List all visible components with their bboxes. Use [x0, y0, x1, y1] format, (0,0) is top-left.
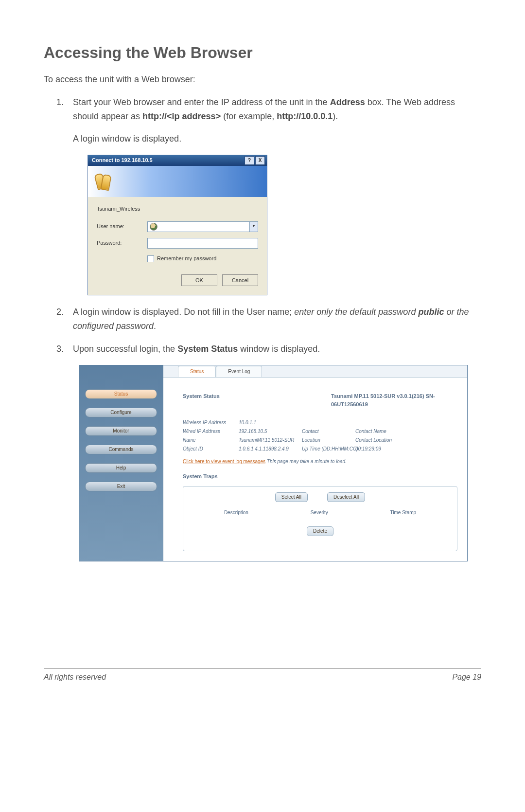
info-value: Contact Name [355, 428, 457, 435]
step3-b: System Status [177, 344, 238, 354]
password-field[interactable] [147, 238, 258, 249]
event-log-link[interactable]: Click here to view event log messages [183, 459, 265, 464]
footer-left: All rights reserved [44, 673, 106, 682]
remember-label: Remember my password [157, 254, 216, 263]
info-value: 192.168.10.5 [239, 428, 302, 435]
system-status-title: System Status [183, 392, 220, 409]
sidebar: Status Configure Monitor Commands Help E… [79, 365, 163, 561]
password-label: Password: [97, 239, 147, 248]
info-label: Wireless IP Address [183, 419, 239, 427]
step1-post: (for example, [221, 111, 277, 121]
username-label: User name: [97, 222, 147, 231]
keys-icon [93, 172, 112, 191]
footer: All rights reserved Page 19 [44, 673, 481, 682]
info-value: Contact Location [355, 436, 457, 444]
step1-p2: A login window is displayed. [73, 132, 481, 146]
select-all-button[interactable]: Select All [275, 492, 308, 502]
footer-divider [44, 668, 481, 669]
tab-status[interactable]: Status [178, 366, 216, 377]
intro-text: To access the unit with a Web browser: [44, 72, 481, 87]
info-label: Up Time (DD:HH:MM:CC) [302, 445, 355, 453]
col-description: Description [224, 509, 248, 517]
login-banner [88, 166, 267, 197]
info-label: Location [302, 436, 355, 444]
device-id: Tsunami MP.11 5012-SUR v3.0.1(216) SN-06… [331, 392, 457, 409]
info-value: 1.0.6.1.4.1.11898.2.4.9 [239, 445, 302, 453]
step-2: A login window is displayed. Do not fill… [66, 305, 481, 333]
sidebar-item-commands[interactable]: Commands [85, 445, 157, 454]
sidebar-item-monitor[interactable]: Monitor [85, 426, 157, 436]
step1-pre: Start your Web browser and enter the IP … [73, 97, 330, 107]
user-icon [150, 223, 158, 231]
info-value: TsunamiMP.11 5012-SUR [239, 436, 302, 444]
step1-end: ). [332, 111, 338, 121]
col-time-stamp: Time Stamp [390, 509, 417, 517]
tabs: Status Event Log [163, 365, 467, 378]
step-3: Upon successful login, the System Status… [66, 342, 481, 561]
remember-checkbox[interactable] [147, 255, 154, 262]
step2-bi: public [418, 307, 444, 317]
info-label: Object ID [183, 445, 239, 453]
deselect-all-button[interactable]: Deselect All [327, 492, 365, 502]
info-label: Contact [302, 428, 355, 435]
col-severity: Severity [311, 509, 328, 517]
step-1: Start your Web browser and enter the IP … [66, 95, 481, 296]
info-label: Name [183, 436, 239, 444]
login-dialog: Connect to 192.168.10.5 ? X Tsunami_Wire… [88, 155, 267, 295]
system-status-heading: System Status Tsunami MP.11 5012-SUR v3.… [183, 392, 457, 409]
event-log-note: This page may take a minute to load. [265, 459, 347, 464]
step2-end: . [154, 321, 156, 331]
step2-pre: A login window is displayed. Do not fill… [73, 307, 294, 317]
system-traps-heading: System Traps [183, 472, 457, 481]
system-status-screenshot: Status Configure Monitor Commands Help E… [79, 365, 468, 561]
login-realm: Tsunami_Wireless [97, 205, 258, 214]
step2-i1: enter only the default password [294, 307, 418, 317]
sidebar-item-exit[interactable]: Exit [85, 482, 157, 491]
info-label [302, 419, 355, 427]
step1-b3: http://10.0.0.1 [277, 111, 332, 121]
sidebar-item-configure[interactable]: Configure [85, 408, 157, 417]
help-button[interactable]: ? [245, 156, 254, 165]
step3-pre: Upon successful login, the [73, 344, 177, 354]
tab-event-log[interactable]: Event Log [216, 366, 262, 377]
info-grid: Wireless IP Address10.0.1.1 Wired IP Add… [183, 419, 457, 453]
step1-b1: Address [330, 97, 365, 107]
login-titlebar: Connect to 192.168.10.5 ? X [88, 155, 267, 166]
info-value: 10.0.1.1 [239, 419, 302, 427]
info-label: Wired IP Address [183, 428, 239, 435]
sidebar-item-help[interactable]: Help [85, 463, 157, 473]
step3-post: window is displayed. [238, 344, 320, 354]
info-value [355, 419, 457, 427]
step1-b2: http://<ip address> [142, 111, 221, 121]
close-button[interactable]: X [255, 156, 265, 165]
ok-button[interactable]: OK [181, 274, 217, 286]
username-dropdown[interactable]: ▼ [249, 222, 258, 232]
sidebar-item-status[interactable]: Status [85, 389, 157, 399]
system-traps-box: Select All Deselect All Description Seve… [183, 486, 457, 551]
info-value: 00:19:29:09 [355, 445, 457, 453]
page-title: Accessing the Web Browser [44, 44, 481, 62]
login-title: Connect to 192.168.10.5 [92, 156, 153, 165]
footer-right: Page 19 [452, 673, 481, 682]
delete-button[interactable]: Delete [307, 526, 333, 536]
username-field[interactable]: ▼ [147, 221, 258, 232]
cancel-button[interactable]: Cancel [222, 274, 258, 286]
